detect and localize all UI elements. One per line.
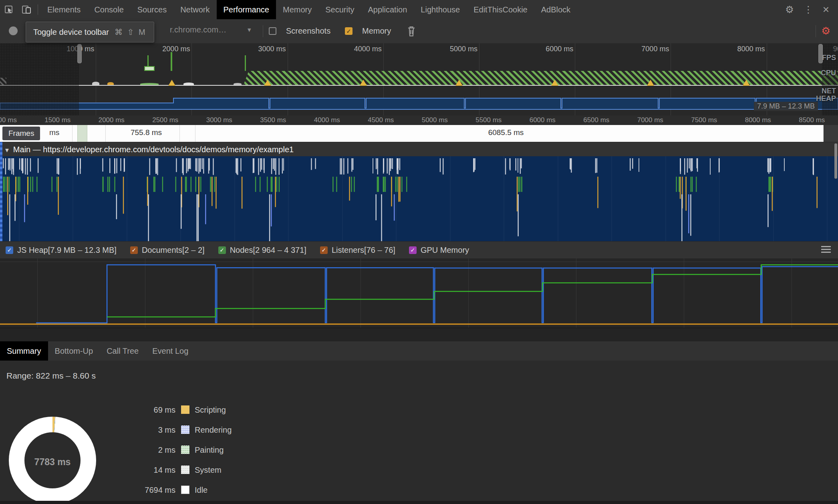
tab-console[interactable]: Console: [87, 0, 130, 19]
hamburger-menu-icon[interactable]: [821, 246, 831, 254]
counter-checkbox-listeners[interactable]: ✓: [320, 246, 328, 254]
legend-swatch-system: [181, 466, 189, 474]
counter-checkbox-documents[interactable]: ✓: [130, 246, 138, 254]
tab-application[interactable]: Application: [361, 0, 414, 19]
counter-checkbox-gpu-memory[interactable]: ✓: [409, 246, 417, 254]
memory-chart-lines: [0, 258, 838, 328]
frame-segment[interactable]: [77, 125, 87, 142]
overview-time-label: 6000 ms: [515, 45, 573, 53]
frame-separator: [823, 125, 824, 142]
overview-time-label: 4000 ms: [323, 45, 382, 53]
tab-network[interactable]: Network: [173, 0, 216, 19]
tab-editthiscookie[interactable]: EditThisCookie: [467, 0, 534, 19]
range-grip-left[interactable]: [77, 44, 82, 63]
counter-label: Nodes[2 964 – 4 371]: [230, 246, 306, 255]
capture-settings-gear-icon[interactable]: ⚙: [821, 25, 830, 37]
fps-frame-box: [144, 66, 155, 71]
ruler-tick-label: 8500 ms: [767, 116, 825, 124]
frame-separator: [195, 125, 195, 142]
details-tab-event-log[interactable]: Event Log: [145, 341, 195, 361]
tooltip-label: Toggle device toolbar: [33, 28, 109, 37]
details-tab-call-tree[interactable]: Call Tree: [100, 341, 145, 361]
tab-memory[interactable]: Memory: [276, 0, 318, 19]
summary-value: 69 ms: [111, 403, 175, 417]
ruler-tick-label: 6500 ms: [552, 116, 609, 124]
details-tab-bar: SummaryBottom-UpCall TreeEvent Log: [0, 341, 838, 361]
memory-label: Memory: [362, 26, 391, 35]
heap-overview-chart: [0, 96, 838, 112]
url-history-select[interactable]: r.chrome.com…: [170, 25, 226, 34]
ruler-tick-label: 7500 ms: [659, 116, 717, 124]
summary-legend-row: 7694 msIdle: [0, 483, 320, 497]
counter-label: GPU Memory: [421, 246, 469, 255]
counter-checkbox-js-heap[interactable]: ✓: [6, 246, 13, 254]
tab-performance[interactable]: Performance: [217, 0, 276, 19]
memory-counters-chart[interactable]: [0, 258, 838, 328]
summary-category-label: Rendering: [195, 423, 232, 437]
fps-bar: [171, 52, 172, 71]
donut-total-label: 7783 ms: [9, 457, 96, 468]
lane-label-net: NET: [822, 87, 836, 95]
selection-edge-strip: [0, 142, 2, 241]
ruler-tick-label: 6000 ms: [498, 116, 556, 124]
legend-swatch-scripting: [181, 405, 189, 414]
fps-bar: [245, 55, 246, 71]
ruler-tick-label: 4000 ms: [282, 116, 340, 124]
counter-label: Listeners[76 – 76]: [332, 246, 395, 255]
legend-swatch-idle: [181, 486, 189, 494]
tab-lighthouse[interactable]: Lighthouse: [414, 0, 467, 19]
summary-panel: Range: 822 ms – 8.60 s 7783 ms 69 msScri…: [0, 361, 838, 504]
tab-sources[interactable]: Sources: [131, 0, 173, 19]
summary-category-label: System: [195, 463, 222, 477]
tab-elements[interactable]: Elements: [40, 0, 87, 19]
close-icon[interactable]: ×: [818, 0, 834, 19]
overview-dim-left: [0, 43, 79, 115]
overview-time-label: 7000 ms: [610, 45, 669, 53]
more-options-icon[interactable]: ⋮: [799, 0, 818, 19]
ruler-tick-label: 5000 ms: [390, 116, 448, 124]
record-button[interactable]: [9, 26, 18, 35]
clear-trash-icon[interactable]: [406, 25, 417, 39]
frame-duration-label: 755.8 ms: [106, 128, 186, 137]
details-tab-summary[interactable]: Summary: [0, 341, 48, 361]
vertical-scrollbar-thumb[interactable]: [834, 143, 837, 179]
frame-separator: [105, 125, 106, 142]
timeline-overview[interactable]: 1000 ms2000 ms3000 ms4000 ms5000 ms6000 …: [0, 43, 838, 116]
frames-track[interactable]: 755.8 ms6085.5 ms ms Frames: [0, 125, 838, 142]
devtools-window: ElementsConsoleSourcesNetworkPerformance…: [0, 0, 838, 504]
frames-badge: Frames: [2, 127, 40, 140]
main-flame-chart[interactable]: [0, 156, 838, 241]
overview-time-label: 8000 ms: [707, 45, 765, 53]
counter-legend-item: ✓Nodes[2 964 – 4 371]: [218, 246, 306, 255]
summary-value: 2 ms: [111, 443, 175, 457]
tooltip-shortcut: ⌘ ⇧ M: [115, 27, 147, 37]
counter-checkbox-nodes[interactable]: ✓: [218, 246, 226, 254]
tab-adblock[interactable]: AdBlock: [534, 0, 577, 19]
ruler-tick-label: 8000 ms: [713, 116, 771, 124]
cpu-baseline: [0, 85, 838, 86]
ruler-tick-label: 3500 ms: [228, 116, 286, 124]
device-toolbar-icon[interactable]: [18, 0, 35, 19]
memory-checkbox[interactable]: ✓: [345, 27, 353, 35]
chevron-down-icon[interactable]: ▾: [248, 26, 251, 34]
summary-value: 3 ms: [111, 423, 175, 437]
range-grip-right[interactable]: [818, 44, 823, 63]
tab-bar-actions: ⚙ ⋮ ×: [780, 0, 838, 19]
inspect-element-icon[interactable]: [0, 0, 18, 19]
main-track-header[interactable]: ▼Main — https://developer.chrome.com/dev…: [0, 142, 838, 157]
details-tab-bottom-up[interactable]: Bottom-Up: [48, 341, 100, 361]
counter-label: Documents[2 – 2]: [142, 246, 205, 255]
tab-security[interactable]: Security: [318, 0, 361, 19]
panel-splitter[interactable]: [0, 328, 838, 342]
legend-swatch-painting: [181, 446, 189, 454]
counter-legend-item: ✓GPU Memory: [409, 246, 469, 255]
screenshots-checkbox[interactable]: [269, 27, 276, 35]
divider: [816, 25, 816, 37]
summary-legend-row: 69 msScripting: [0, 403, 320, 417]
ruler-tick-label: 1500 ms: [13, 116, 71, 124]
settings-gear-icon[interactable]: ⚙: [780, 0, 799, 19]
collapse-triangle-icon[interactable]: ▼: [4, 147, 10, 153]
memory-counters-legend: ✓JS Heap[7.9 MB – 12.3 MB]✓Documents[2 –…: [0, 241, 838, 258]
time-ruler: 1000 ms1500 ms2000 ms2500 ms3000 ms3500 …: [0, 115, 838, 125]
summary-legend-row: 2 msPainting: [0, 443, 320, 457]
